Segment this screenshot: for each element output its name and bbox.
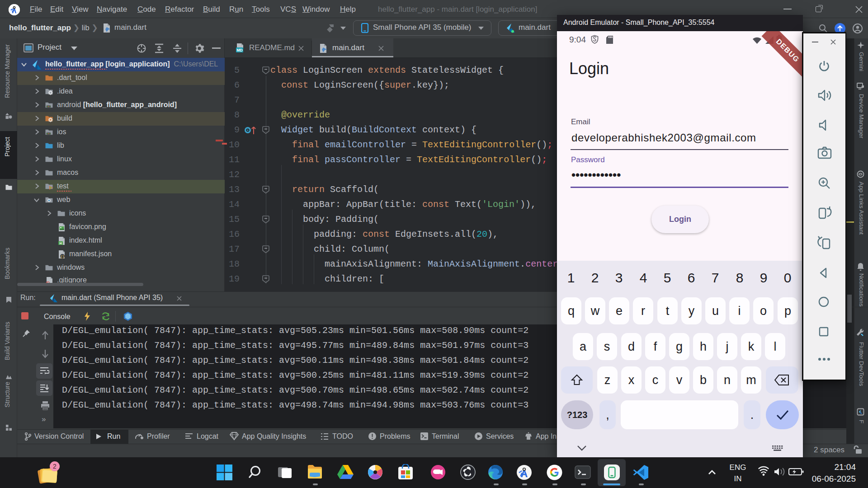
svg-text:2: 2: [53, 463, 57, 470]
svg-text:H: H: [59, 242, 61, 245]
svg-text:MD: MD: [236, 48, 242, 52]
svg-text:{}: {}: [60, 254, 65, 258]
